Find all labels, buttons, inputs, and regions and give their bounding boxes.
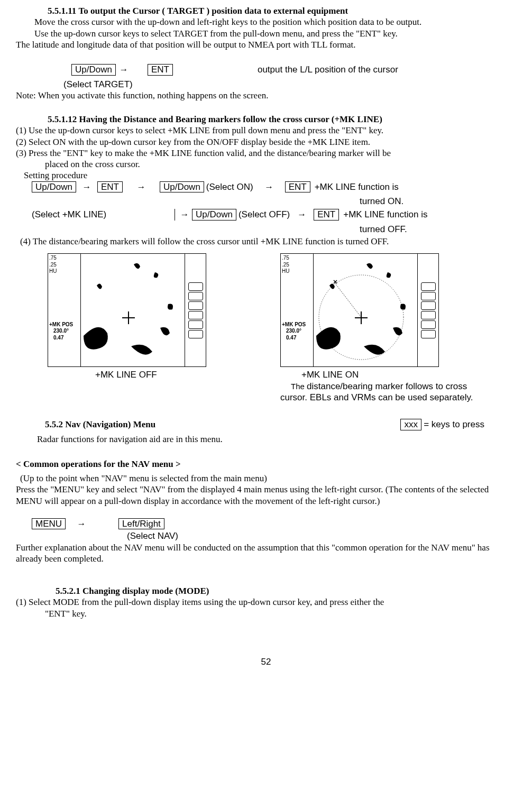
- result-text: +MK LINE function is: [339, 209, 427, 220]
- cross-cursor-v: [128, 311, 129, 324]
- result-text: turned ON.: [360, 196, 516, 207]
- paragraph: (Up to the point when "NAV" menu is sele…: [20, 473, 516, 484]
- radar-caption: +MK LINE ON: [301, 369, 476, 380]
- mk-bearing: 230.0°: [282, 328, 312, 335]
- key-ent: ENT: [285, 181, 310, 193]
- key-updown: Up/Down: [32, 181, 76, 193]
- list-item: (1) Select MODE from the pull-down displ…: [16, 596, 516, 608]
- mk-bearing: 230.0°: [49, 328, 79, 335]
- radar-row: .75 .25 HU +MK POS 230.0° 0.47: [48, 253, 516, 403]
- radar-echoes: [81, 254, 186, 366]
- paragraph: Radar functions for navigation aid are i…: [37, 434, 516, 445]
- panel-slot: [188, 330, 203, 338]
- sub-heading: < Common operations for the NAV menu >: [16, 458, 516, 470]
- select-label: (Select TARGET): [63, 79, 516, 90]
- radar-echoes: [314, 254, 418, 366]
- result-text: +MK LINE function is: [310, 181, 399, 192]
- radar-desc: cursor. EBLs and VRMs can be used separa…: [280, 392, 476, 403]
- list-item: (1) Use the up-down cursor keys to selec…: [16, 125, 516, 136]
- arrow: →: [123, 181, 160, 192]
- panel-slot: [188, 311, 203, 319]
- panel-slot: [421, 282, 436, 291]
- paragraph: Press the "MENU" key and select "NAV" fr…: [16, 484, 516, 507]
- paragraph: Move the cross cursor with the up-down a…: [34, 16, 516, 27]
- result-text: turned OFF.: [360, 224, 516, 235]
- panel-slot: [421, 311, 436, 319]
- panel-slot: [421, 320, 436, 329]
- mk-distance: 0.47: [49, 335, 79, 342]
- panel-slot: [188, 301, 203, 310]
- radar-caption: +MK LINE OFF: [95, 369, 243, 380]
- key-leftright: Left/Right: [118, 518, 164, 530]
- key-updown: Up/Down: [160, 181, 204, 193]
- radar-range: .75: [49, 255, 79, 262]
- section-number: 5.5.1.12: [48, 114, 77, 124]
- paragraph: Further explanation about the NAV menu w…: [16, 542, 516, 565]
- list-item: (4) The distance/bearing markers will fo…: [20, 236, 516, 247]
- paragraph: The latitude and longitude data of that …: [16, 39, 516, 50]
- mk-distance: 0.47: [282, 335, 312, 342]
- result-text: output the L/L position of the cursor: [258, 64, 398, 75]
- section-title: To output the Cursor ( TARGET ) position…: [79, 6, 348, 16]
- section-title: Having the Distance and Bearing markers …: [79, 114, 382, 124]
- arrow: →: [175, 209, 192, 220]
- radar-on: .75 .25 HU +MK POS 230.0° 0.47: [280, 253, 476, 403]
- panel-slot: [188, 282, 203, 291]
- arrow: →: [66, 518, 97, 529]
- panel-slot: [188, 292, 203, 300]
- list-item: (2) Select ON with the up-down cursor ke…: [16, 136, 516, 148]
- panel-slot: [421, 301, 436, 310]
- key-updown: Up/Down: [192, 209, 236, 221]
- arrow: →: [253, 181, 285, 192]
- key-updown: Up/Down: [71, 64, 116, 76]
- section-number: 5.5.1.11: [48, 6, 76, 16]
- key-hint-box: xxx: [400, 419, 421, 430]
- radar-mode: HU: [282, 268, 312, 275]
- select-off: (Select OFF): [236, 209, 290, 220]
- panel-slot: [421, 330, 436, 338]
- note: Note: When you activate this function, n…: [16, 90, 516, 101]
- list-item-cont: placed on the cross cursor.: [45, 159, 516, 170]
- section-heading: 5.5.1.11 To output the Cursor ( TARGET )…: [48, 5, 516, 16]
- mk-pos-label: +MK POS: [282, 322, 312, 328]
- arrow: →: [76, 181, 97, 192]
- select-nav: (Select NAV): [127, 530, 516, 541]
- list-item-cont: "ENT" key.: [45, 608, 516, 619]
- label: Setting procedure: [24, 170, 516, 181]
- section-heading: 5.5.2.1 Changing display mode (MODE): [56, 585, 516, 596]
- key-hint: = keys to press: [424, 419, 484, 429]
- paragraph: Use the up-down cursor keys to select TA…: [34, 28, 516, 39]
- radar-range: .75: [282, 255, 312, 262]
- arrow: →: [116, 64, 132, 75]
- radar-off: .75 .25 HU +MK POS 230.0° 0.47: [48, 253, 243, 403]
- select-mkline: (Select +MK LINE): [32, 209, 116, 220]
- key-ent: ENT: [314, 209, 339, 221]
- panel-slot: [188, 320, 203, 329]
- panel-slot: [421, 292, 436, 300]
- section-title: Changing display mode (MODE): [82, 586, 209, 596]
- section-heading: 5.5.1.12 Having the Distance and Bearing…: [48, 114, 516, 125]
- section-number: 5.5.2: [45, 419, 63, 429]
- radar-desc: distance/bearing marker follows to cross: [307, 381, 467, 391]
- page-number: 52: [16, 656, 516, 667]
- cross-cursor-v: [361, 311, 362, 324]
- key-ent: ENT: [148, 64, 173, 76]
- mk-pos-label: +MK POS: [49, 322, 79, 328]
- list-item: (3) Press the "ENT" key to make the +MK …: [16, 148, 516, 159]
- section-number: 5.5.2.1: [56, 586, 80, 596]
- radar-ring: .25: [282, 262, 312, 269]
- radar-mode: HU: [49, 268, 79, 275]
- key-menu: MENU: [32, 518, 66, 530]
- key-ent: ENT: [97, 181, 123, 193]
- section-title: Nav (Navigation) Menu: [65, 419, 155, 429]
- select-on: (Select ON): [204, 181, 253, 192]
- arrow: →: [290, 209, 314, 220]
- svg-line-1: [335, 283, 361, 317]
- radar-ring: .25: [49, 262, 79, 269]
